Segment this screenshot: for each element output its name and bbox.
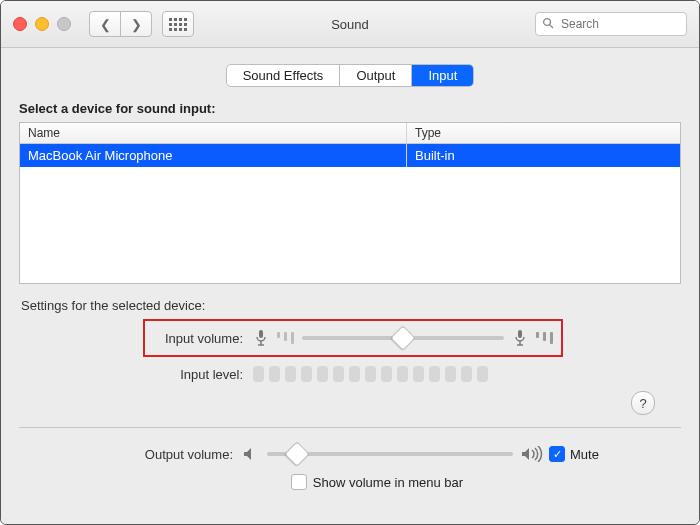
device-name: MacBook Air Microphone: [20, 144, 407, 167]
search-input[interactable]: [559, 16, 680, 32]
tab-output[interactable]: Output: [340, 65, 412, 86]
show-volume-label: Show volume in menu bar: [313, 475, 463, 490]
tab-input[interactable]: Input: [412, 65, 473, 86]
input-volume-highlight: Input volume:: [143, 319, 563, 357]
column-name[interactable]: Name: [20, 123, 407, 143]
input-devices-table: Name Type MacBook Air Microphone Built-i…: [19, 122, 681, 284]
checkbox-icon: ✓: [549, 446, 565, 462]
tab-bar: Sound Effects Output Input: [1, 64, 699, 87]
mic-high-level-icon: [536, 332, 553, 344]
mute-checkbox[interactable]: ✓ Mute: [549, 446, 599, 462]
help-button[interactable]: ?: [631, 391, 655, 415]
output-volume-label: Output volume:: [19, 447, 243, 462]
show-volume-menubar-checkbox[interactable]: Show volume in menu bar: [19, 474, 681, 490]
svg-point-0: [544, 18, 551, 25]
svg-rect-5: [518, 330, 522, 338]
column-type[interactable]: Type: [407, 123, 680, 143]
search-field[interactable]: [535, 12, 687, 36]
back-button[interactable]: ❮: [89, 11, 121, 37]
output-volume-slider[interactable]: [267, 452, 513, 456]
mute-label: Mute: [570, 447, 599, 462]
mic-low-level-icon: [277, 332, 294, 344]
window-controls: [13, 17, 71, 31]
table-header: Name Type: [20, 123, 680, 144]
minimize-window-button[interactable]: [35, 17, 49, 31]
device-type: Built-in: [407, 144, 680, 167]
input-level-label: Input level:: [23, 367, 253, 382]
svg-rect-2: [259, 330, 263, 338]
nav-back-forward: ❮ ❯: [89, 11, 152, 37]
title-bar: ❮ ❯ Sound: [1, 1, 699, 48]
search-icon: [542, 17, 554, 32]
table-row[interactable]: MacBook Air Microphone Built-in: [20, 144, 680, 167]
tab-sound-effects[interactable]: Sound Effects: [227, 65, 341, 86]
input-devices-heading: Select a device for sound input:: [19, 101, 681, 116]
close-window-button[interactable]: [13, 17, 27, 31]
forward-button[interactable]: ❯: [120, 11, 152, 37]
svg-line-1: [550, 24, 553, 27]
chevron-left-icon: ❮: [100, 17, 111, 32]
input-volume-slider[interactable]: [302, 336, 504, 340]
input-level-meter: [253, 366, 488, 382]
grid-icon: [169, 18, 187, 31]
show-all-prefs-button[interactable]: [162, 11, 194, 37]
mic-low-icon: [253, 328, 269, 348]
speaker-low-icon: [243, 447, 259, 461]
chevron-right-icon: ❯: [131, 17, 142, 32]
mic-high-icon: [512, 328, 528, 348]
checkbox-icon: [291, 474, 307, 490]
settings-heading: Settings for the selected device:: [21, 298, 681, 313]
input-volume-label: Input volume:: [145, 331, 253, 346]
speaker-high-icon: [521, 446, 543, 462]
zoom-window-button[interactable]: [57, 17, 71, 31]
